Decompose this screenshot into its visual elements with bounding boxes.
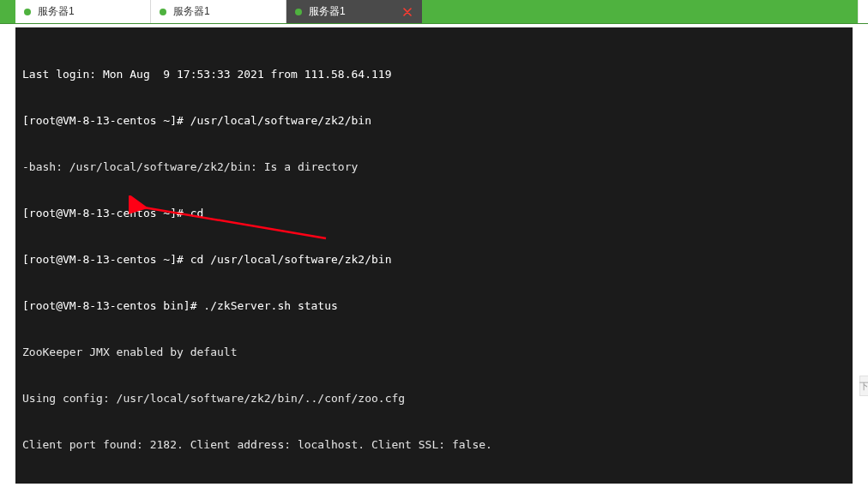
tab-bar: 服务器1 服务器1 服务器1	[0, 0, 868, 24]
tabbar-lead	[0, 0, 15, 23]
status-dot-icon	[295, 9, 302, 15]
terminal-line: [root@VM-8-13-centos ~]# cd /usr/local/s…	[22, 252, 846, 268]
status-dot-icon	[24, 9, 31, 15]
tab-server-1[interactable]: 服务器1	[15, 0, 151, 23]
tab-label: 服务器1	[309, 4, 395, 19]
status-dot-icon	[160, 9, 166, 15]
app-root: 服务器1 服务器1 服务器1 Last login: Mon Aug 9 17:…	[0, 0, 868, 487]
terminal-line: [root@VM-8-13-centos ~]# cd	[22, 206, 846, 221]
tab-label: 服务器1	[173, 4, 277, 19]
tab-server-3-active[interactable]: 服务器1	[286, 0, 422, 23]
scroll-down-hint[interactable]: 下	[859, 376, 868, 396]
terminal-container: Last login: Mon Aug 9 17:53:33 2021 from…	[0, 24, 868, 487]
terminal-line: Using config: /usr/local/software/zk2/bi…	[22, 391, 846, 406]
tab-server-2[interactable]: 服务器1	[151, 0, 286, 23]
terminal-line: Client port found: 2182. Client address:…	[22, 437, 846, 453]
scroll-hint-label: 下	[859, 380, 868, 393]
terminal-line: -bash: /usr/local/software/zk2/bin: Is a…	[22, 159, 846, 175]
terminal-line: ZooKeeper JMX enabled by default	[22, 345, 846, 360]
tabbar-right-gutter	[858, 0, 868, 23]
terminal-output[interactable]: Last login: Mon Aug 9 17:53:33 2021 from…	[15, 27, 853, 484]
terminal-line: [root@VM-8-13-centos ~]# /usr/local/soft…	[22, 113, 846, 129]
terminal-line: [root@VM-8-13-centos bin]# ./zkServer.sh…	[22, 298, 846, 314]
tabbar-fill	[422, 0, 858, 23]
tab-label: 服务器1	[38, 4, 142, 19]
terminal-line: Last login: Mon Aug 9 17:53:33 2021 from…	[22, 67, 846, 82]
close-icon[interactable]	[401, 6, 413, 18]
